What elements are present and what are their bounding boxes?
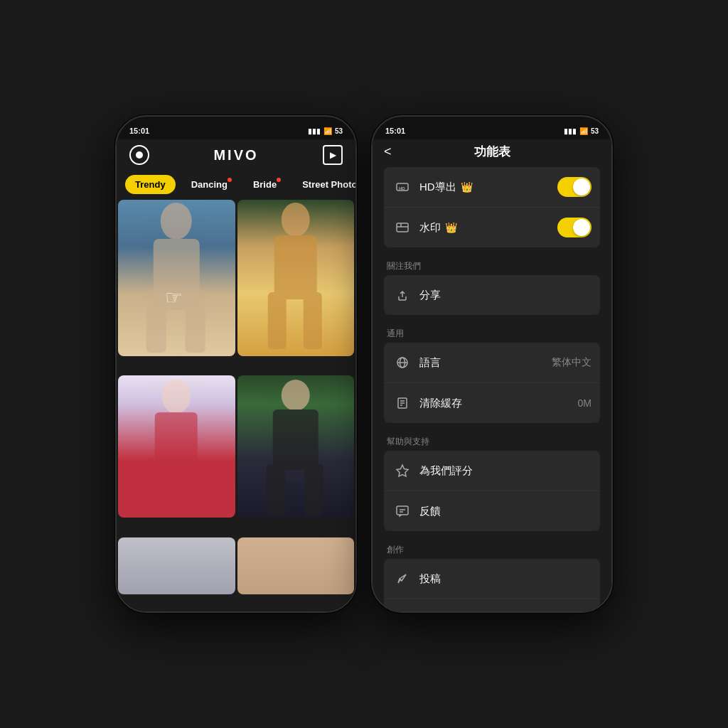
inner-dot — [136, 151, 143, 159]
svg-point-12 — [281, 380, 309, 411]
svg-rect-9 — [155, 412, 198, 469]
share-label: 分享 — [419, 289, 592, 302]
tab-bride[interactable]: Bride — [243, 175, 287, 194]
left-phone: 15:01 ▮▮▮ 📶 53 MIVO ▶ — [115, 115, 357, 613]
grid-item-6[interactable] — [237, 537, 355, 594]
app-logo: MIVO — [213, 147, 258, 164]
svg-rect-5 — [274, 235, 316, 299]
cache-icon — [392, 393, 412, 413]
time-left: 15:01 — [129, 127, 149, 135]
grid-item-5[interactable] — [118, 537, 235, 594]
svg-rect-6 — [267, 292, 286, 349]
power-btn-left — [115, 223, 117, 273]
record-button[interactable] — [128, 144, 151, 166]
image-male1: ☞ — [118, 200, 235, 356]
status-icons-right: ▮▮▮ 📶 53 — [564, 127, 599, 135]
svg-point-4 — [281, 203, 309, 237]
row-rate[interactable]: 為我們評分 — [384, 451, 600, 491]
phones-container: 15:01 ▮▮▮ 📶 53 MIVO ▶ — [115, 115, 613, 613]
svg-rect-3 — [186, 303, 205, 353]
vol-down-btn — [355, 245, 357, 280]
time-right: 15:01 — [385, 127, 405, 135]
right-screen: < 功能表 HD — [373, 139, 611, 611]
submit-icon — [392, 569, 412, 589]
vol-up-btn-right — [611, 202, 613, 237]
right-phone: 15:01 ▮▮▮ 📶 53 < 功能表 — [371, 115, 613, 613]
watermark-toggle-knob — [573, 219, 590, 236]
mivo-header: MIVO ▶ — [117, 139, 355, 172]
watermark-label: 水印 👑 — [419, 221, 557, 235]
submit-label: 投稿 — [419, 572, 592, 586]
image-female2 — [118, 375, 235, 518]
watermark-crown-icon: 👑 — [445, 222, 457, 233]
section-general: 通用 語言 繁体中文 — [384, 321, 600, 423]
svg-rect-29 — [397, 506, 408, 515]
play-square-icon: ▶ — [323, 145, 343, 165]
svg-rect-18 — [397, 223, 408, 232]
vol-up-btn — [355, 202, 357, 237]
share-icon — [392, 285, 412, 305]
watermark-toggle[interactable] — [557, 218, 592, 237]
language-label: 語言 — [419, 356, 552, 370]
svg-point-0 — [161, 203, 192, 240]
hd-label: HD導出 👑 — [419, 181, 557, 194]
tab-street-label: Street Photograph — [302, 179, 355, 190]
svg-marker-28 — [397, 465, 408, 476]
unsubscribe-icon — [392, 609, 412, 611]
tab-trendy[interactable]: Trendy — [125, 175, 176, 194]
hd-toggle-knob — [573, 178, 590, 196]
section-create-label: 創作 — [384, 537, 600, 559]
row-submit[interactable]: 投稿 — [384, 559, 600, 599]
settings-header: < 功能表 — [373, 139, 611, 167]
row-unsubscribe[interactable]: 取消訂閱 — [384, 599, 600, 611]
image-bottom2 — [237, 537, 355, 594]
grid-item-3[interactable] — [118, 375, 235, 518]
svg-text:HD: HD — [399, 186, 405, 191]
content-grid: ☞ — [117, 200, 355, 611]
svg-rect-15 — [304, 464, 323, 515]
row-language[interactable]: 語言 繁体中文 — [384, 343, 600, 383]
tab-street[interactable]: Street Photograph — [292, 175, 355, 194]
battery-icon-right: 53 — [591, 127, 599, 135]
section-general-label: 通用 — [384, 321, 600, 343]
rate-label: 為我們評分 — [419, 464, 592, 478]
battery-icon: 53 — [335, 127, 343, 135]
row-share[interactable]: 分享 — [384, 275, 600, 315]
hd-toggle[interactable] — [557, 177, 592, 197]
settings-content: HD HD導出 👑 — [373, 167, 611, 611]
play-square-button[interactable]: ▶ — [321, 144, 344, 166]
star-icon — [392, 461, 412, 481]
svg-point-8 — [162, 380, 191, 414]
section-help: 幫助與支持 為我們評分 — [384, 429, 600, 531]
cache-label: 清除緩存 — [419, 397, 578, 410]
signal-icon: ▮▮▮ — [308, 127, 321, 135]
grid-item-2[interactable] — [237, 200, 355, 356]
section-follow-label: 關注我們 — [384, 253, 600, 275]
cache-value: 0M — [578, 397, 592, 409]
feedback-label: 反饋 — [419, 505, 592, 518]
row-feedback[interactable]: 反饋 — [384, 491, 600, 531]
back-button[interactable]: < — [384, 144, 392, 159]
status-icons-left: ▮▮▮ 📶 53 — [308, 127, 343, 135]
section-help-label: 幫助與支持 — [384, 429, 600, 451]
cursor-hand: ☞ — [165, 286, 183, 309]
row-cache[interactable]: 清除緩存 0M — [384, 383, 600, 423]
tab-dancing[interactable]: Dancing — [181, 175, 237, 194]
tab-dancing-label: Dancing — [191, 179, 228, 190]
section-follow: 關注我們 分享 — [384, 253, 600, 315]
tab-trendy-label: Trendy — [135, 179, 166, 190]
svg-rect-14 — [266, 464, 284, 515]
row-hd-export[interactable]: HD HD導出 👑 — [384, 167, 600, 208]
power-btn-right — [371, 223, 373, 273]
grid-item-4[interactable] — [237, 375, 355, 518]
grid-item-1[interactable]: ☞ — [118, 200, 235, 356]
language-icon — [392, 353, 412, 373]
image-bottom1 — [118, 537, 235, 594]
language-value: 繁体中文 — [552, 356, 592, 369]
tab-bride-label: Bride — [253, 179, 277, 190]
section-top: HD HD導出 👑 — [384, 167, 600, 247]
section-create: 創作 投稿 — [384, 537, 600, 611]
category-tabs: Trendy Dancing Bride Street Photograph — [117, 172, 355, 200]
tab-bride-dot — [277, 178, 281, 182]
row-watermark[interactable]: 水印 👑 — [384, 208, 600, 247]
